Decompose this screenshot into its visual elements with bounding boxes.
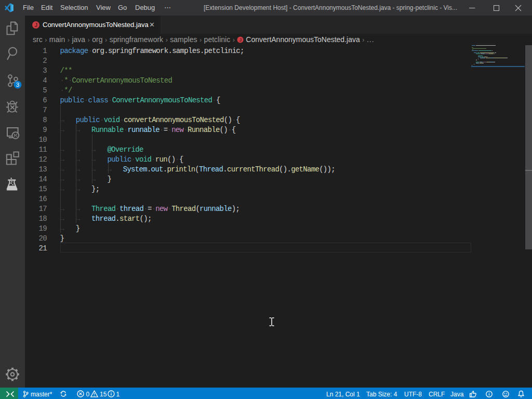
svg-text:J: J [240,37,242,43]
svg-text:3: 3 [16,82,19,88]
svg-text:J: J [34,22,37,28]
